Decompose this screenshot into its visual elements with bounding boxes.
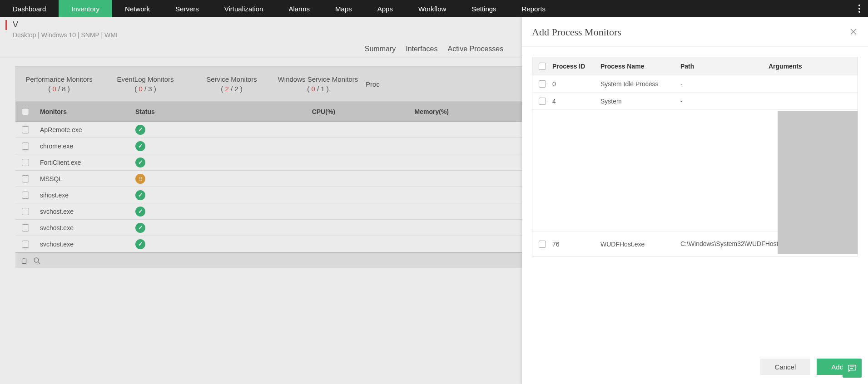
nav-maps[interactable]: Maps — [322, 0, 365, 17]
row-monitor-name: MSSQL — [35, 175, 131, 182]
row-checkbox[interactable] — [22, 175, 29, 182]
process-row-pid: 76 — [552, 241, 600, 248]
process-select-all-checkbox[interactable] — [539, 63, 546, 70]
close-icon[interactable] — [849, 27, 858, 38]
chat-icon[interactable] — [843, 359, 862, 378]
process-row-checkbox[interactable] — [539, 98, 546, 105]
col-arguments[interactable]: Arguments — [769, 63, 858, 70]
nav-network[interactable]: Network — [112, 0, 163, 17]
row-checkbox[interactable] — [22, 126, 29, 133]
process-row-path: C:\Windows\System32\WUDFHost.exe — [680, 240, 769, 248]
row-checkbox[interactable] — [22, 192, 29, 199]
row-checkbox[interactable] — [22, 208, 29, 215]
delete-icon[interactable] — [19, 256, 29, 266]
select-all-checkbox[interactable] — [22, 108, 29, 115]
nav-settings[interactable]: Settings — [459, 0, 509, 17]
nav-virtualization[interactable]: Virtualization — [212, 0, 276, 17]
row-monitor-name: sihost.exe — [35, 192, 131, 199]
col-path[interactable]: Path — [680, 63, 769, 70]
row-monitor-name: svchost.exe — [35, 241, 131, 248]
process-row-checkbox[interactable] — [539, 80, 546, 88]
status-ok-icon — [135, 207, 145, 217]
status-ok-icon — [135, 239, 145, 249]
nav-dashboard[interactable]: Dashboard — [0, 0, 59, 17]
process-row[interactable]: 0System Idle Process- — [532, 75, 858, 93]
nav-reports[interactable]: Reports — [509, 0, 559, 17]
more-menu-icon[interactable] — [854, 0, 864, 17]
cancel-button[interactable]: Cancel — [760, 359, 811, 375]
process-list-header: Process ID Process Name Path Arguments — [532, 57, 858, 75]
process-row-path: - — [680, 98, 769, 105]
monitor-tab-windows-service-monitors[interactable]: Windows Service Monitors( 0 / 1 ) — [275, 67, 361, 101]
nav-servers[interactable]: Servers — [163, 0, 212, 17]
process-row[interactable]: 4System- — [532, 93, 858, 110]
status-ok-icon — [135, 223, 145, 233]
col-cpu[interactable]: CPU(%) — [226, 108, 340, 115]
col-status[interactable]: Status — [131, 108, 226, 115]
row-monitor-name: FortiClient.exe — [35, 159, 131, 166]
col-process-id[interactable]: Process ID — [552, 63, 600, 70]
status-ok-icon — [135, 158, 145, 167]
row-checkbox[interactable] — [22, 143, 29, 150]
row-monitor-name: chrome.exe — [35, 143, 131, 150]
process-row-name: WUDFHost.exe — [600, 241, 680, 248]
col-process-name[interactable]: Process Name — [600, 63, 680, 70]
status-bar-icon — [5, 20, 7, 30]
monitor-tab-service-monitors[interactable]: Service Monitors( 2 / 2 ) — [188, 67, 275, 101]
process-row-pid: 4 — [552, 98, 600, 105]
monitor-tab-performance-monitors[interactable]: Performance Monitors( 0 / 8 ) — [16, 67, 102, 101]
add-process-monitors-panel: Add Process Monitors Process ID Process … — [522, 17, 868, 384]
svg-point-4 — [34, 258, 39, 262]
process-row-pid: 0 — [552, 80, 600, 88]
monitor-tab-proc[interactable]: Proc — [361, 67, 447, 101]
nav-apps[interactable]: Apps — [365, 0, 406, 17]
row-monitor-name: ApRemote.exe — [35, 126, 131, 133]
process-row-name: System — [600, 98, 680, 105]
process-list: Process ID Process Name Path Arguments 0… — [532, 57, 858, 256]
top-nav: DashboardInventoryNetworkServersVirtuali… — [0, 0, 868, 17]
svg-rect-5 — [848, 365, 856, 370]
search-icon[interactable] — [32, 256, 42, 266]
status-ok-icon — [135, 125, 145, 135]
nav-alarms[interactable]: Alarms — [276, 0, 322, 17]
nav-inventory[interactable]: Inventory — [59, 0, 112, 17]
process-list-scrollbar[interactable] — [778, 111, 858, 254]
process-row-path: - — [680, 80, 769, 88]
svg-rect-3 — [22, 259, 26, 263]
status-warn-icon — [135, 174, 145, 184]
col-memory[interactable]: Memory(%) — [340, 108, 453, 115]
row-checkbox[interactable] — [22, 241, 29, 248]
tab-interfaces[interactable]: Interfaces — [406, 45, 437, 53]
row-checkbox[interactable] — [22, 224, 29, 231]
monitor-tab-eventlog-monitors[interactable]: EventLog Monitors( 0 / 3 ) — [102, 67, 188, 101]
col-monitors[interactable]: Monitors — [35, 108, 131, 115]
row-checkbox[interactable] — [22, 159, 29, 166]
panel-title: Add Process Monitors — [532, 26, 621, 38]
svg-point-1 — [858, 8, 860, 10]
process-row-checkbox[interactable] — [539, 241, 546, 248]
svg-point-2 — [858, 11, 860, 13]
row-monitor-name: svchost.exe — [35, 208, 131, 215]
nav-workflow[interactable]: Workflow — [406, 0, 459, 17]
process-row-name: System Idle Process — [600, 80, 680, 88]
svg-point-0 — [858, 5, 860, 6]
tab-active-processes[interactable]: Active Processes — [448, 45, 504, 53]
status-ok-icon — [135, 141, 145, 151]
tab-summary[interactable]: Summary — [365, 45, 396, 53]
row-monitor-name: svchost.exe — [35, 224, 131, 231]
status-ok-icon — [135, 190, 145, 200]
